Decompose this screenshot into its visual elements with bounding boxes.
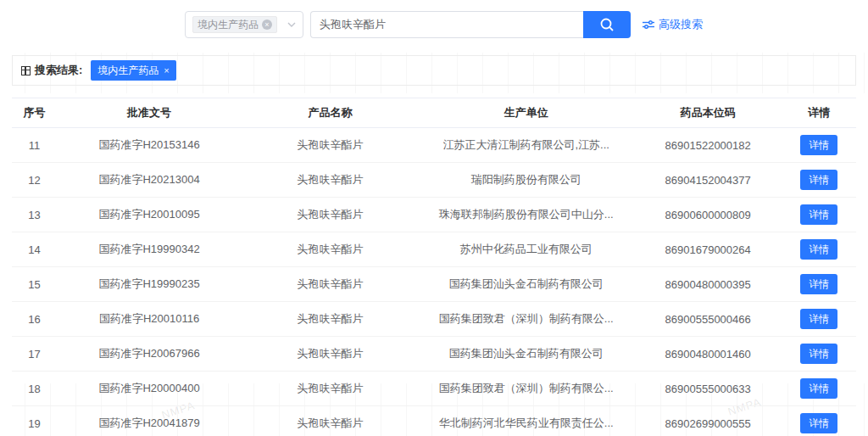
approval-number: 国药准字H20010095 — [57, 198, 242, 232]
search-bar: 境内生产药品 × 高级搜索 — [0, 0, 868, 38]
column-header-no: 序号 — [12, 98, 57, 128]
product-name: 头孢呋辛酯片 — [242, 406, 418, 436]
drug-code: 86900555000466 — [634, 302, 782, 337]
manufacturer: 江苏正大清江制药有限公司,江苏... — [419, 128, 634, 163]
detail-button[interactable]: 详情 — [800, 239, 837, 260]
approval-number: 国药准字H20213004 — [57, 163, 242, 198]
detail-cell: 详情 — [782, 267, 856, 302]
table-row: 16国药准字H20010116头孢呋辛酯片国药集团致君（深圳）制药有限公...8… — [12, 302, 856, 337]
manufacturer: 国药集团汕头金石制药有限公司 — [419, 337, 634, 372]
approval-number: 国药准字H19990235 — [57, 267, 242, 302]
table-row: 18国药准字H20000400头孢呋辛酯片国药集团致君（深圳）制药有限公...8… — [12, 372, 856, 406]
detail-cell: 详情 — [782, 406, 856, 436]
drug-code: 86900555000633 — [634, 372, 782, 406]
approval-number: 国药准字H20000400 — [57, 372, 242, 406]
results-table: 序号批准文号产品名称生产单位药品本位码详情 11国药准字H20153146头孢呋… — [12, 98, 856, 436]
approval-number: 国药准字H19990342 — [57, 232, 242, 267]
table-row: 15国药准字H19990235头孢呋辛酯片国药集团汕头金石制药有限公司86900… — [12, 267, 856, 302]
result-tag-close-icon[interactable]: × — [164, 65, 169, 75]
row-number: 13 — [12, 198, 57, 232]
category-select[interactable]: 境内生产药品 × — [185, 11, 303, 38]
product-name: 头孢呋辛酯片 — [242, 302, 418, 337]
row-number: 15 — [12, 267, 57, 302]
row-number: 14 — [12, 232, 57, 267]
search-input[interactable] — [310, 11, 583, 38]
table-row: 13国药准字H20010095头孢呋辛酯片珠海联邦制药股份有限公司中山分...8… — [12, 198, 856, 232]
search-icon — [599, 17, 615, 32]
product-name: 头孢呋辛酯片 — [242, 337, 418, 372]
drug-code: 86900600000809 — [634, 198, 782, 232]
detail-button[interactable]: 详情 — [800, 204, 837, 225]
product-name: 头孢呋辛酯片 — [242, 372, 418, 406]
approval-number: 国药准字H20010116 — [57, 302, 242, 337]
category-tag-label: 境内生产药品 — [198, 18, 259, 32]
manufacturer: 国药集团致君（深圳）制药有限公... — [419, 302, 634, 337]
drug-code: 86902699000555 — [634, 406, 782, 436]
detail-cell: 详情 — [782, 128, 856, 163]
detail-button[interactable]: 详情 — [800, 170, 837, 190]
detail-button[interactable]: 详情 — [800, 413, 837, 433]
table-body: 11国药准字H20153146头孢呋辛酯片江苏正大清江制药有限公司,江苏...8… — [12, 128, 856, 436]
results-label: 搜索结果: — [21, 63, 82, 78]
column-header-detail: 详情 — [782, 98, 856, 128]
product-name: 头孢呋辛酯片 — [242, 267, 418, 302]
manufacturer: 瑞阳制药股份有限公司 — [419, 163, 634, 198]
approval-number: 国药准字H20153146 — [57, 128, 242, 163]
table-row: 19国药准字H20041879头孢呋辛酯片华北制药河北华民药业有限责任公...8… — [12, 406, 856, 436]
detail-cell: 详情 — [782, 372, 856, 406]
detail-cell: 详情 — [782, 232, 856, 267]
column-header-product: 产品名称 — [242, 98, 418, 128]
category-tag: 境内生产药品 × — [192, 16, 277, 33]
table-row: 14国药准字H19990342头孢呋辛酯片苏州中化药品工业有限公司8690167… — [12, 232, 856, 267]
detail-button[interactable]: 详情 — [800, 378, 837, 399]
approval-number: 国药准字H20041879 — [57, 406, 242, 436]
advanced-search-link[interactable]: 高级搜索 — [643, 17, 703, 32]
row-number: 12 — [12, 163, 57, 198]
row-number: 19 — [12, 406, 57, 436]
search-button[interactable] — [583, 11, 631, 38]
grid-icon — [21, 66, 31, 75]
column-header-approval: 批准文号 — [57, 98, 242, 128]
detail-button[interactable]: 详情 — [800, 135, 837, 155]
manufacturer: 国药集团汕头金石制药有限公司 — [419, 267, 634, 302]
result-filter-tag-label: 境内生产药品 — [97, 64, 159, 78]
column-header-code: 药品本位码 — [634, 98, 782, 128]
results-bar: 搜索结果: 境内生产药品 × — [12, 55, 856, 86]
drug-code: 86901522000182 — [634, 128, 782, 163]
row-number: 18 — [12, 372, 57, 406]
detail-cell: 详情 — [782, 337, 856, 372]
row-number: 11 — [12, 128, 57, 163]
category-tag-close-icon[interactable]: × — [262, 20, 272, 30]
row-number: 17 — [12, 337, 57, 372]
product-name: 头孢呋辛酯片 — [242, 232, 418, 267]
manufacturer: 珠海联邦制药股份有限公司中山分... — [419, 198, 634, 232]
product-name: 头孢呋辛酯片 — [242, 198, 418, 232]
manufacturer: 华北制药河北华民药业有限责任公... — [419, 406, 634, 436]
product-name: 头孢呋辛酯片 — [242, 163, 418, 198]
column-header-manufacturer: 生产单位 — [419, 98, 634, 128]
detail-cell: 详情 — [782, 163, 856, 198]
detail-button[interactable]: 详情 — [800, 274, 837, 294]
result-filter-tag: 境内生产药品 × — [91, 60, 175, 81]
results-label-text: 搜索结果: — [35, 63, 82, 78]
table-row: 12国药准字H20213004头孢呋辛酯片瑞阳制药股份有限公司869041520… — [12, 163, 856, 198]
advanced-search-label: 高级搜索 — [659, 17, 703, 32]
manufacturer: 国药集团致君（深圳）制药有限公... — [419, 372, 634, 406]
filter-sliders-icon — [643, 20, 654, 30]
chevron-down-icon — [287, 22, 296, 27]
detail-cell: 详情 — [782, 302, 856, 337]
row-number: 16 — [12, 302, 57, 337]
product-name: 头孢呋辛酯片 — [242, 128, 418, 163]
drug-code: 86901679000264 — [634, 232, 782, 267]
detail-button[interactable]: 详情 — [800, 344, 837, 364]
drug-code: 86900480001460 — [634, 337, 782, 372]
drug-code: 86904152004377 — [634, 163, 782, 198]
table-row: 17国药准字H20067966头孢呋辛酯片国药集团汕头金石制药有限公司86900… — [12, 337, 856, 372]
drug-code: 86900480000395 — [634, 267, 782, 302]
approval-number: 国药准字H20067966 — [57, 337, 242, 372]
table-header-row: 序号批准文号产品名称生产单位药品本位码详情 — [12, 98, 856, 128]
table-row: 11国药准字H20153146头孢呋辛酯片江苏正大清江制药有限公司,江苏...8… — [12, 128, 856, 163]
manufacturer: 苏州中化药品工业有限公司 — [419, 232, 634, 267]
detail-cell: 详情 — [782, 198, 856, 232]
detail-button[interactable]: 详情 — [800, 309, 837, 329]
